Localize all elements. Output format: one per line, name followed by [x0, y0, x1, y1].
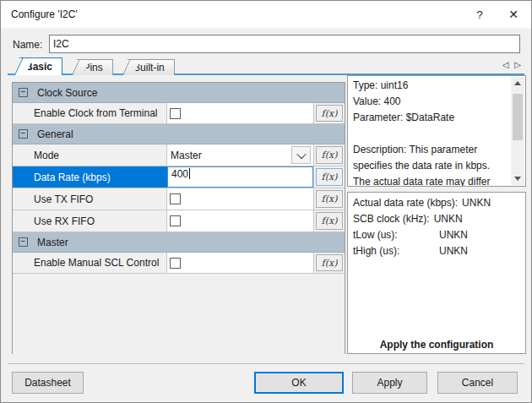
tab-basic[interactable]: Basic: [19, 57, 62, 75]
cancel-button[interactable]: Cancel: [437, 372, 518, 394]
section-header-clock-source[interactable]: − Clock Source: [13, 83, 345, 103]
info-scrollbar[interactable]: [511, 77, 524, 185]
collapse-icon[interactable]: −: [19, 237, 28, 247]
fx-button-enable-clock[interactable]: f(x): [316, 105, 343, 122]
name-input[interactable]: [49, 35, 520, 53]
fx-button-data-rate[interactable]: f(x): [316, 168, 343, 186]
row-tx-fifo: Use TX FIFO f(x): [13, 188, 345, 210]
section-title: Clock Source: [37, 87, 97, 99]
close-button[interactable]: ✕: [501, 4, 526, 25]
collapse-icon[interactable]: −: [19, 129, 28, 139]
fx-cell: f(x): [313, 253, 345, 273]
fx-cell: f(x): [313, 144, 345, 166]
mode-dropdown-button[interactable]: [291, 146, 311, 164]
text-cursor: [189, 168, 190, 179]
status-value: UNKN: [462, 195, 491, 211]
manual-scl-checkbox[interactable]: [170, 258, 181, 269]
tab-scroll-left-icon[interactable]: ◁: [501, 60, 511, 69]
data-rate-input-value: 400: [171, 168, 188, 180]
param-label-manual-scl[interactable]: Enable Manual SCL Control: [13, 253, 167, 273]
row-enable-clock: Enable Clock from Terminal f(x): [13, 103, 345, 124]
status-footer-message: Apply the configuration: [348, 339, 525, 351]
row-data-rate: Data Rate (kbps) 400 f(x): [13, 166, 345, 188]
tx-fifo-checkbox[interactable]: [170, 193, 181, 204]
configure-dialog: Configure 'I2C' ? ✕ Name: Basic Pins Bui…: [0, 0, 532, 403]
status-row-thigh: tHigh (us): UNKN: [353, 243, 522, 259]
fx-cell: f(x): [313, 210, 345, 231]
help-button[interactable]: ?: [467, 4, 492, 25]
mode-dropdown[interactable]: Master: [167, 144, 313, 166]
param-value-enable-clock: [167, 103, 313, 123]
parameter-info-text: Type: uint16 Value: 400 Parameter: $Data…: [353, 78, 507, 187]
tab-strip: Basic Pins Built-in ◁ ▷: [8, 57, 524, 76]
param-label-tx-fifo[interactable]: Use TX FIFO: [13, 188, 167, 210]
param-value-rx-fifo: [167, 210, 313, 231]
mode-dropdown-value: Master: [167, 150, 202, 161]
parameter-info-panel: Type: uint16 Value: 400 Parameter: $Data…: [347, 75, 526, 187]
param-label-mode[interactable]: Mode: [13, 144, 167, 166]
scrollbar-thumb[interactable]: [513, 94, 523, 140]
param-label-rx-fifo[interactable]: Use RX FIFO: [13, 210, 167, 231]
param-type: Type: uint16: [353, 78, 507, 94]
window-title: Configure 'I2C': [11, 8, 78, 20]
fx-button-tx-fifo[interactable]: f(x): [316, 190, 343, 208]
scroll-down-icon: [514, 177, 521, 181]
param-description: Description: This parameter specifies th…: [353, 142, 507, 187]
fx-button-mode[interactable]: f(x): [316, 146, 343, 164]
enable-clock-checkbox[interactable]: [170, 108, 181, 119]
name-label: Name:: [13, 39, 42, 51]
tab-scroll-right-icon[interactable]: ▷: [513, 60, 523, 69]
param-value-data-rate: 400: [167, 166, 313, 188]
data-rate-input[interactable]: 400: [167, 166, 313, 188]
status-label: tHigh (us):: [353, 243, 439, 259]
ok-button[interactable]: OK: [254, 372, 344, 394]
row-mode: Mode Master f(x): [13, 144, 345, 166]
status-label: Actual data rate (kbps):: [353, 195, 462, 211]
scroll-up-button[interactable]: [511, 77, 524, 90]
collapse-icon[interactable]: −: [19, 88, 28, 97]
status-row-actual-data-rate: Actual data rate (kbps): UNKN: [353, 195, 522, 211]
fx-button-rx-fifo[interactable]: f(x): [316, 212, 343, 230]
param-value: Value: 400: [353, 94, 507, 110]
param-label-data-rate[interactable]: Data Rate (kbps): [13, 166, 167, 188]
tab-built-in-label: Built-in: [133, 62, 165, 74]
section-title: General: [37, 128, 73, 140]
fx-cell: f(x): [313, 188, 345, 210]
status-rows: Actual data rate (kbps): UNKN SCB clock …: [353, 195, 522, 259]
fx-cell: f(x): [313, 103, 345, 123]
status-value: UNKN: [439, 243, 468, 259]
section-title: Master: [37, 237, 68, 248]
row-manual-scl: Enable Manual SCL Control f(x): [13, 253, 345, 274]
chevron-down-icon: [296, 149, 306, 158]
fx-button-manual-scl[interactable]: f(x): [316, 254, 343, 271]
datasheet-button[interactable]: Datasheet: [12, 372, 84, 394]
tab-scroller: ◁ ▷: [501, 60, 523, 69]
status-value: UNKN: [434, 211, 463, 227]
apply-button[interactable]: Apply: [352, 372, 427, 394]
rx-fifo-checkbox[interactable]: [170, 215, 181, 226]
param-value-manual-scl: [167, 253, 313, 273]
scroll-down-button[interactable]: [511, 172, 524, 185]
tab-pins[interactable]: Pins: [77, 59, 112, 75]
status-row-tlow: tLow (us): UNKN: [353, 227, 522, 243]
fx-cell: f(x): [313, 166, 345, 188]
row-rx-fifo: Use RX FIFO f(x): [13, 210, 345, 232]
section-header-master[interactable]: − Master: [13, 232, 345, 253]
table-empty-area: [13, 274, 345, 355]
status-row-scb-clock: SCB clock (kHz): UNKN: [353, 211, 522, 227]
param-value-tx-fifo: [167, 188, 313, 210]
param-name: Parameter: $DataRate: [353, 110, 507, 126]
param-label-enable-clock[interactable]: Enable Clock from Terminal: [13, 103, 167, 123]
status-label: tLow (us):: [353, 227, 439, 243]
tab-basic-label: Basic: [25, 61, 52, 73]
status-panel: Actual data rate (kbps): UNKN SCB clock …: [347, 192, 526, 354]
tab-pins-label: Pins: [83, 62, 102, 74]
titlebar: Configure 'I2C' ? ✕: [1, 1, 531, 28]
status-label: SCB clock (kHz):: [353, 211, 434, 227]
footer-separator: [8, 363, 524, 364]
status-value: UNKN: [439, 227, 468, 243]
scroll-up-icon: [514, 81, 521, 85]
section-header-general[interactable]: − General: [13, 124, 345, 144]
parameter-table: − Clock Source Enable Clock from Termina…: [12, 82, 345, 354]
tab-built-in[interactable]: Built-in: [128, 59, 175, 75]
